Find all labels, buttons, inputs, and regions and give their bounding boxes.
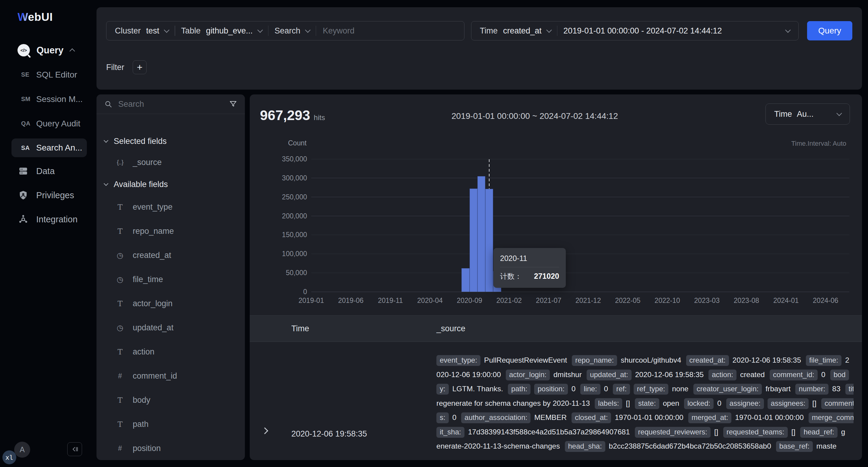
chart-tooltip: 2020-11 计数： 271020 (493, 248, 566, 288)
field-item[interactable]: T action (96, 340, 245, 364)
source-key-badge: assignee: (726, 398, 764, 409)
item-label: Query Audit (36, 119, 80, 128)
source-key-badge: file_time: (806, 355, 841, 366)
source-line: y:LGTM. Thanks.path:position:0line:0ref:… (436, 382, 854, 396)
chevron-right-icon (261, 428, 269, 434)
sidebar-item-data[interactable]: Data (0, 159, 96, 183)
query-code-search-icon: </> (18, 44, 30, 56)
search-type-select[interactable]: Search (275, 26, 310, 36)
interval-note: Time.Interval: Auto (791, 140, 846, 148)
source-value: maste (816, 442, 837, 450)
sidebar-item-session-management[interactable]: SM Session M... (0, 87, 96, 111)
results-range-title: 2019-01-01 00:00:00 ~ 2024-07-02 14:44:1… (250, 111, 820, 121)
table-header: Time _source (250, 315, 862, 342)
chart-bar[interactable] (461, 268, 469, 292)
sidebar: WebUI </> Query SE SQL Editor SM Session… (0, 0, 96, 467)
available-fields-header[interactable]: Available fields (96, 174, 245, 195)
selected-fields-header[interactable]: Selected fields (96, 131, 245, 151)
time-field-select[interactable]: Time created_at (480, 26, 551, 36)
source-key-badge: labels: (595, 398, 622, 409)
field-item[interactable]: T actor_login (96, 291, 245, 316)
field-item[interactable]: # comment_id (96, 364, 245, 388)
source-key-badge: ref_type: (634, 384, 668, 395)
collapse-sidebar-button[interactable] (67, 442, 82, 456)
chart-bar[interactable] (477, 176, 485, 292)
field-item[interactable]: ◷ created_at (96, 243, 245, 267)
chart-bar[interactable] (470, 189, 477, 292)
filter-label: Filter (106, 63, 124, 72)
field-type-icon: T (114, 420, 126, 429)
field-item[interactable]: ◷ file_time (96, 267, 245, 291)
source-key-badge: head_sha: (565, 441, 605, 452)
add-filter-button[interactable]: + (133, 60, 147, 74)
sidebar-item-sql-editor[interactable]: SE SQL Editor (0, 62, 96, 87)
field-item-source[interactable]: {..} _source (96, 151, 245, 174)
gridline (311, 159, 849, 160)
source-value: shurcooL/githubv4 (621, 356, 681, 364)
field-item[interactable]: T event_type (96, 195, 245, 219)
table-select[interactable]: Table github_eve... (181, 26, 262, 36)
item-abbr: QA (21, 120, 36, 127)
available-fields-list: T event_type T repo_name ◷ created_at ◷ … (96, 195, 245, 460)
filter-funnel-icon[interactable] (229, 100, 237, 108)
x-axis-tick: 2021-07 (536, 297, 561, 305)
y-axis-tick: 300,000 (250, 174, 307, 182)
source-value: [] (626, 399, 630, 407)
source-value: MEMBER (534, 413, 567, 422)
sidebar-item-privileges[interactable]: Privileges (0, 183, 96, 207)
source-key-badge: actor_login: (506, 370, 550, 380)
field-type-icon: # (114, 372, 126, 380)
sidebar-item-query-audit[interactable]: QA Query Audit (0, 111, 96, 136)
query-bar-card: Cluster test Table github_eve... Search (96, 7, 862, 90)
user-badge[interactable]: xl (2, 450, 16, 464)
source-value: 0 (821, 370, 826, 379)
chevron-down-icon[interactable] (785, 27, 790, 33)
field-item[interactable]: ◷ updated_at (96, 316, 245, 340)
field-label: position (133, 444, 161, 453)
field-type-icon: T (114, 347, 126, 356)
source-key-badge: comment (821, 398, 854, 409)
braces-icon: {..} (114, 159, 126, 166)
time-range-value[interactable]: 2019-01-01 00:00:00 - 2024-07-02 14:44:1… (563, 26, 722, 36)
column-header-source: _source (425, 324, 862, 333)
time-dd-label: Time (774, 110, 792, 119)
source-value: dmitshur (553, 370, 582, 379)
available-fields-label: Available fields (114, 180, 168, 189)
sidebar-item-search-analytics[interactable]: SA Search An... (11, 138, 87, 157)
field-label: actor_login (133, 299, 173, 308)
chevron-down-icon (164, 27, 169, 33)
keyword-input[interactable] (322, 26, 456, 36)
item-abbr: SA (21, 145, 36, 151)
avatar[interactable]: A (14, 442, 30, 458)
nav-label: Privileges (36, 190, 74, 200)
field-item[interactable]: T body (96, 388, 245, 412)
field-item[interactable]: T path (96, 412, 245, 436)
time-interval-dropdown[interactable]: Time Au... (766, 103, 850, 125)
expand-row-button[interactable] (250, 342, 280, 460)
cluster-select[interactable]: Cluster test (115, 26, 168, 36)
source-line: 020-12-06 19:00:00actor_login:dmitshurup… (436, 368, 854, 382)
source-key-badge: requested_teams: (723, 427, 788, 438)
chart-bar[interactable] (485, 189, 493, 292)
sidebar-item-integration[interactable]: Integration (0, 207, 96, 231)
fields-search-input[interactable] (118, 99, 224, 109)
sidebar-section-query[interactable]: </> Query (18, 44, 74, 56)
field-type-icon: # (114, 444, 126, 453)
x-axis-tick: 2023-03 (694, 297, 720, 305)
source-key-badge: requested_reviewers: (635, 427, 711, 438)
query-button[interactable]: Query (807, 21, 852, 40)
source-key-badge: closed_at: (571, 412, 611, 423)
field-item[interactable]: T repo_name (96, 219, 245, 243)
source-value: PullRequestReviewEvent (484, 356, 567, 364)
table-row[interactable]: 2020-12-06 19:58:35 event_type:PullReque… (250, 342, 862, 460)
source-value: created (740, 370, 765, 379)
source-line: regenerate for schema changes by 2020-11… (436, 396, 854, 411)
source-value: open (663, 399, 680, 407)
time-label: Time (480, 26, 498, 36)
tooltip-label: 计数： (500, 272, 522, 281)
source-value: 0 (604, 385, 608, 393)
field-item[interactable]: # position (96, 436, 245, 460)
divider (557, 26, 558, 36)
source-key-badge: updated_at: (587, 370, 631, 380)
app-root: WebUI </> Query SE SQL Editor SM Session… (0, 0, 868, 467)
